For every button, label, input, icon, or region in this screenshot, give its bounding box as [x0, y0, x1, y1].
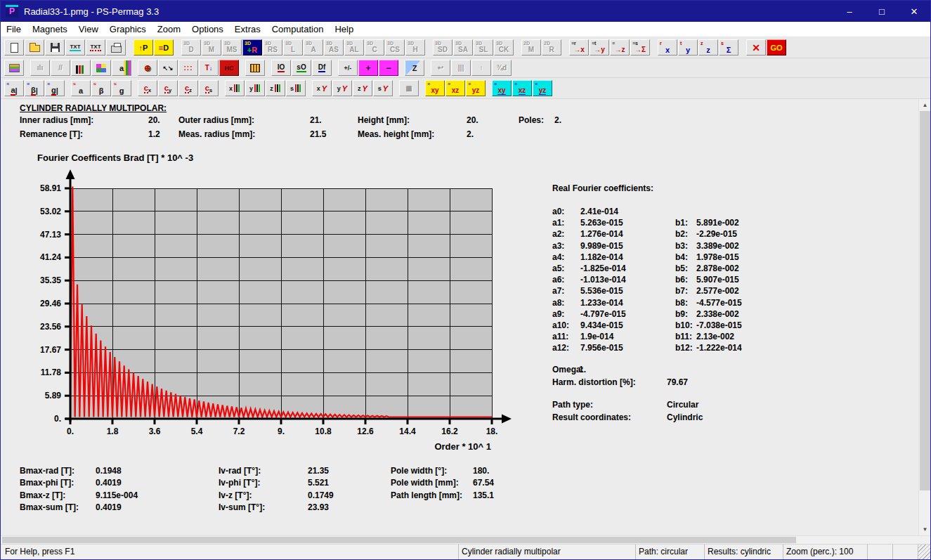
open-file-button[interactable] [25, 39, 44, 56]
chart-bars-button[interactable]: ılı [30, 60, 50, 76]
hc-button[interactable]: HC [219, 60, 239, 76]
new-file-button[interactable] [4, 39, 24, 56]
curve-gamma-button[interactable]: ≈g [112, 80, 131, 96]
magnet-data-button[interactable]: ≡D [154, 39, 174, 56]
so-button[interactable]: sO [292, 60, 311, 76]
scroll-up-icon[interactable]: ▲ [919, 99, 930, 111]
maximize-button[interactable]: □ [866, 1, 898, 22]
view-2d-m-button[interactable]: 2DM [521, 39, 541, 56]
zoom-in-button[interactable]: + [358, 60, 378, 76]
spectrum-sum-button[interactable]: s [286, 80, 306, 96]
z-section-button[interactable]: Z [405, 60, 424, 76]
minimize-button[interactable]: – [833, 1, 866, 22]
harmonics-sum-button[interactable]: sY [373, 80, 393, 96]
menu-extras[interactable]: Extras [229, 24, 266, 34]
view-3d-ck-button[interactable]: 3DCK [494, 39, 514, 56]
baseline-button[interactable]: T↓ [199, 60, 219, 76]
mosaic-button[interactable] [91, 60, 111, 76]
view-3d-l-button[interactable]: 3DL [283, 39, 303, 56]
cancel-button[interactable]: ✕ [746, 39, 766, 56]
image-button[interactable]: ▦ [399, 80, 419, 96]
curve-beta-button[interactable]: ≈β [91, 80, 111, 96]
list-gamma-button[interactable]: ≡g| [45, 80, 65, 96]
harmonics-x-button[interactable]: xY [312, 80, 332, 96]
menu-magnets[interactable]: Magnets [27, 24, 73, 34]
vertical-scrollbar[interactable]: ▲ ▼ [918, 99, 930, 535]
menu-zoom[interactable]: Zoom [152, 24, 186, 34]
horizontal-scrollbar-thumb[interactable] [2, 537, 796, 543]
view-3d-sd-button[interactable]: 3DSD [433, 39, 453, 56]
menu-file[interactable]: File [1, 24, 27, 34]
text-label-button[interactable]: a [112, 60, 131, 76]
menu-view[interactable]: View [73, 24, 104, 34]
go-button[interactable]: GO [767, 39, 786, 56]
coeff-z-button[interactable]: cz [178, 80, 198, 96]
menu-computation[interactable]: Computation [266, 24, 330, 34]
menu-help[interactable]: Help [329, 24, 359, 34]
scroll-down-icon[interactable]: ▼ [919, 523, 930, 535]
spectrum-x-button[interactable]: x [225, 80, 245, 96]
view-3d-as-button[interactable]: 3DAS [324, 39, 344, 56]
print-button[interactable] [106, 39, 126, 56]
view-3d-sl-button[interactable]: 3DSL [474, 39, 493, 56]
plus-minus-button[interactable]: +/- [338, 60, 358, 76]
plane-xz-button[interactable]: ≡xz [445, 80, 465, 96]
harmonics-y-button[interactable]: yY [332, 80, 352, 96]
table-view-button[interactable] [245, 60, 265, 76]
view-3d-cs-button[interactable]: 3DCS [385, 39, 405, 56]
view-3d-a-button[interactable]: 3DA [304, 39, 323, 56]
color-legend-button[interactable] [4, 60, 24, 76]
view-3d-sa-button[interactable]: 3DSA [453, 39, 473, 56]
view-3d-ms-button[interactable]: 3DMS [222, 39, 242, 56]
list-alpha-button[interactable]: ≡a| [4, 80, 24, 96]
import-txt-button[interactable]: TXT [86, 39, 105, 56]
plot-z-button[interactable]: zz [698, 39, 718, 56]
curve-alpha-button[interactable]: ≈a [71, 80, 91, 96]
grid-columns-button[interactable]: ||| [451, 60, 471, 76]
io-button[interactable]: IO [271, 60, 291, 76]
flip-button[interactable]: ↑ [471, 60, 491, 76]
magnet-properties-button[interactable]: ↑P [134, 39, 153, 56]
plane-xy-cyl-button[interactable]: ≡xy [492, 80, 512, 96]
df-button[interactable]: Df [312, 60, 332, 76]
coeff-x-button[interactable]: cx [138, 80, 157, 96]
plane-yz-button[interactable]: ≡yz [466, 80, 486, 96]
close-button[interactable]: ✕ [898, 1, 930, 22]
dotted-line-button[interactable]: ::: [178, 60, 198, 76]
harmonics-z-button[interactable]: zY [353, 80, 372, 96]
rotate-button[interactable]: ↩ [431, 60, 450, 76]
coeff-y-button[interactable]: cy [158, 80, 178, 96]
plane-xy-button[interactable]: ≡xy [425, 80, 445, 96]
export-txt-button[interactable]: TXT [65, 39, 85, 56]
zoom-out-button[interactable]: − [379, 60, 398, 76]
view-3d-m-button[interactable]: 3DM [202, 39, 221, 56]
plane-xz-cyl-button[interactable]: ≡xz [512, 80, 532, 96]
view-2d-r-button[interactable]: 2DR [542, 39, 561, 56]
spectrum-y-button[interactable]: y [245, 80, 265, 96]
result-z-button[interactable]: ≡→z [610, 39, 630, 56]
result-y-button[interactable]: ≡t→y [590, 39, 609, 56]
plane-yz-cyl-button[interactable]: ≡yz [533, 80, 552, 96]
save-file-button[interactable] [45, 39, 65, 56]
plot-y-button[interactable]: ty [678, 39, 698, 56]
hatch-button[interactable]: // [51, 60, 70, 76]
spectrum-z-button[interactable]: z [266, 80, 285, 96]
grid-crosshair-button[interactable]: ⊕ [138, 60, 157, 76]
view-3d-d-button[interactable]: 3DD [181, 39, 201, 56]
view-3d-plus-r-button[interactable]: 3D+R [242, 39, 262, 56]
vertical-scrollbar-thumb[interactable] [920, 111, 930, 490]
coeff-sum-button[interactable]: cs [199, 80, 219, 96]
menu-options[interactable]: Options [186, 24, 229, 34]
result-x-button[interactable]: ≡r→x [569, 39, 589, 56]
color-chart-button[interactable] [71, 60, 91, 76]
view-3d-c-button[interactable]: 3DC [365, 39, 384, 56]
view-3d-rs-button[interactable]: 3DRS [263, 39, 282, 56]
plot-sum-button[interactable]: sΣ [719, 39, 738, 56]
horizontal-scrollbar[interactable] [1, 535, 930, 544]
resize-grip-icon[interactable] [918, 545, 930, 559]
axes-button[interactable]: ↖↘ [158, 60, 178, 76]
view-3d-h-button[interactable]: 3DH [405, 39, 425, 56]
list-beta-button[interactable]: ≡β| [25, 80, 44, 96]
plot-x-button[interactable]: rx [658, 39, 677, 56]
result-sum-button[interactable]: ≡s→Σ [630, 39, 650, 56]
